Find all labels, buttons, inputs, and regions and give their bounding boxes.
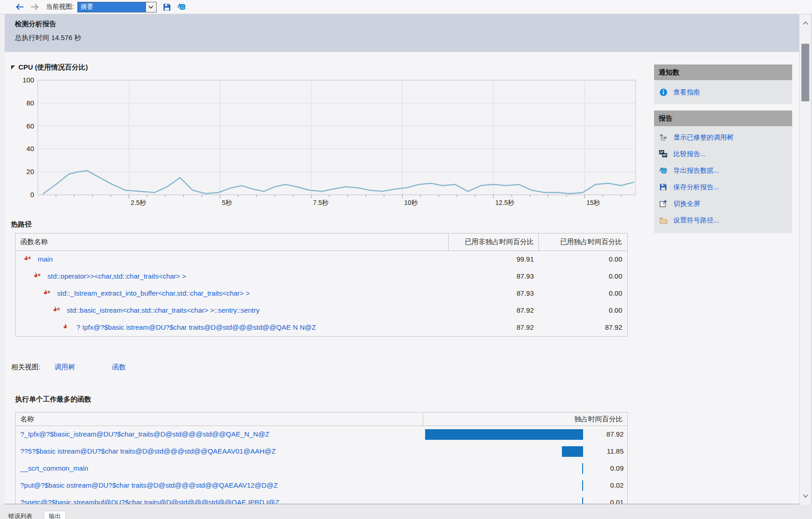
- report-action-0-label[interactable]: 显示已修整的调用树: [673, 133, 734, 142]
- forward-icon[interactable]: [29, 1, 41, 12]
- hot-path-function-link[interactable]: std::basic_istream<char,std::char_traits…: [67, 306, 260, 314]
- report-action-5-label[interactable]: 设置符号路径...: [673, 216, 719, 225]
- exclusive-time-bar: [582, 480, 583, 491]
- hotpath-icon: [23, 255, 32, 263]
- svg-text:60: 60: [26, 122, 34, 130]
- notification-view-guidance[interactable]: 查看指南: [654, 84, 700, 100]
- report-action-2[interactable]: 导出报告数据...: [654, 162, 792, 179]
- report-action-5[interactable]: 设置符号路径...: [654, 212, 792, 228]
- exclusive-percent-value: 0.00: [609, 289, 622, 297]
- most-work-table-header: 名称 独占时间百分比: [16, 413, 627, 426]
- hot-path-heading: 热路径: [11, 220, 32, 229]
- most-work-row: ?sgetc@?$basic streambuf@DU?$char traits…: [16, 494, 627, 504]
- related-view-call-tree-link[interactable]: 调用树: [54, 363, 75, 372]
- chevron-down-icon[interactable]: [146, 2, 156, 12]
- view-selector[interactable]: 摘要: [77, 2, 157, 12]
- hot-path-function-link[interactable]: ? Ipfx@?$basic istream@DU?$char traits@D…: [76, 323, 316, 331]
- vertical-scrollbar[interactable]: [799, 14, 811, 504]
- toolbar: 当前视图: 摘要: [0, 0, 812, 14]
- col-function-name[interactable]: 函数名称: [20, 238, 48, 246]
- hot-path-function-link[interactable]: std::_Istream_extract_into_buffer<char,s…: [57, 289, 250, 297]
- hotpath-icon: [52, 306, 61, 314]
- tab-output[interactable]: 输出: [44, 511, 66, 519]
- exclusive-time-value: 0.01: [610, 498, 624, 504]
- function-name-link[interactable]: ?put@?$basic ostream@DU?$char traits@D@s…: [20, 481, 278, 489]
- exclusive-time-value: 11.85: [607, 447, 624, 455]
- scroll-down-icon[interactable]: [800, 490, 811, 502]
- total-time-label: 总执行时间 14.576 秒: [15, 34, 81, 42]
- exclusive-percent-value: 0.00: [609, 272, 622, 280]
- function-name-link[interactable]: ?_Ipfx@?$basic_istream@DU?$char_traits@D…: [20, 430, 269, 438]
- back-icon[interactable]: [14, 1, 26, 12]
- svg-text:2.5秒: 2.5秒: [131, 199, 146, 206]
- most-work-heading: 执行单个工作最多的函数: [15, 395, 91, 404]
- folder-icon: [659, 217, 668, 224]
- inclusive-percent-value: 99.91: [516, 255, 534, 263]
- svg-text:100: 100: [23, 76, 34, 84]
- calltree-icon: [659, 134, 668, 141]
- svg-text:12.5秒: 12.5秒: [495, 199, 514, 206]
- hotpath-icon: [42, 289, 51, 297]
- notifications-header: 通知数: [654, 64, 792, 80]
- hot-path-function-link[interactable]: std::operator>><char,std::char_traits<ch…: [47, 272, 186, 280]
- hot-path-row: std::basic_istream<char,std::char_traits…: [16, 302, 627, 319]
- function-name-link[interactable]: ?sgetc@?$basic streambuf@DU?$char traits…: [20, 498, 279, 504]
- svg-text:20: 20: [26, 168, 34, 175]
- most-work-row: ??5?$basic istream@DU?$char traits@D@std…: [16, 443, 627, 460]
- hot-path-function-link[interactable]: main: [38, 255, 53, 263]
- hot-path-row: ? Ipfx@?$basic istream@DU?$char traits@D…: [16, 319, 627, 336]
- hotpath-icon: [33, 272, 41, 280]
- flame-icon: [62, 323, 68, 331]
- report-action-1[interactable]: 比较报告...: [654, 146, 792, 162]
- scrollbar-thumb[interactable]: [801, 44, 809, 101]
- function-name-link[interactable]: __scrt_common_main: [20, 464, 88, 472]
- report-action-3-label[interactable]: 保存分析报告...: [673, 183, 719, 192]
- related-views: 相关视图: 调用树 函数: [11, 363, 126, 372]
- page-title: 检测分析报告: [15, 20, 56, 29]
- related-view-functions-link[interactable]: 函数: [112, 363, 126, 372]
- tab-error-list[interactable]: 错误列表: [4, 511, 37, 519]
- function-name-link[interactable]: ??5?$basic istream@DU?$char traits@D@std…: [20, 447, 276, 455]
- reports-header: 报告: [654, 111, 792, 126]
- view-selector-value: 摘要: [78, 2, 146, 12]
- notification-view-guidance-label[interactable]: 查看指南: [673, 88, 700, 97]
- svg-text:80: 80: [26, 99, 34, 107]
- export-data-icon[interactable]: [176, 1, 188, 12]
- compare-icon: [659, 150, 668, 157]
- exclusive-time-bar: [582, 463, 583, 474]
- report-action-0[interactable]: 显示已修整的调用树: [654, 129, 792, 146]
- current-view-label: 当前视图:: [46, 3, 74, 11]
- cpu-usage-chart: 0204060801002.5秒5秒7.5秒10秒12.5秒15秒: [14, 75, 643, 213]
- notifications-panel: 通知数 查看指南: [654, 64, 792, 104]
- scroll-up-icon[interactable]: [800, 17, 811, 29]
- save-report-icon[interactable]: [161, 1, 173, 12]
- report-action-1-label[interactable]: 比较报告...: [673, 150, 706, 158]
- fullscreen-icon: [659, 200, 668, 207]
- report-header: 检测分析报告 总执行时间 14.576 秒: [5, 14, 799, 52]
- report-action-4-label[interactable]: 切换全屏: [673, 199, 700, 208]
- hot-path-row: std::_Istream_extract_into_buffer<char,s…: [16, 285, 627, 302]
- col-exclusive-percent[interactable]: 已用独占时间百分比: [560, 238, 622, 246]
- hot-path-row: main99.910.00: [16, 251, 627, 268]
- svg-text:10秒: 10秒: [404, 199, 418, 206]
- inclusive-percent-value: 87.93: [516, 272, 534, 280]
- inclusive-percent-value: 87.92: [516, 306, 534, 314]
- most-work-row: ?put@?$basic ostream@DU?$char traits@D@s…: [16, 477, 627, 494]
- col-exclusive-time-percent[interactable]: 独占时间百分比: [574, 415, 623, 424]
- profiler-report-window: { "toolbar": { "current_view_label": "当前…: [0, 0, 812, 519]
- inclusive-percent-value: 87.92: [516, 323, 534, 331]
- col-inclusive-percent[interactable]: 已用非独占时间百分比: [465, 238, 534, 246]
- exclusive-time-bar: [562, 446, 583, 457]
- report-body: CPU (使用情况百分比) 0204060801002.5秒5秒7.5秒10秒1…: [5, 52, 799, 504]
- col-name[interactable]: 名称: [20, 415, 34, 424]
- exclusive-percent-value: 0.00: [609, 255, 622, 263]
- report-action-3[interactable]: 保存分析报告...: [654, 179, 792, 195]
- report-action-2-label[interactable]: 导出报告数据...: [673, 166, 719, 175]
- cpu-section-title: CPU (使用情况百分比): [11, 63, 88, 72]
- collapse-triangle-icon[interactable]: [11, 65, 15, 70]
- most-work-row: __scrt_common_main0.09: [16, 460, 627, 477]
- export-icon: [659, 167, 668, 175]
- inclusive-percent-value: 87.93: [516, 289, 534, 297]
- most-work-table: 名称 独占时间百分比 ?_Ipfx@?$basic_istream@DU?$ch…: [15, 412, 628, 504]
- report-action-4[interactable]: 切换全屏: [654, 195, 792, 212]
